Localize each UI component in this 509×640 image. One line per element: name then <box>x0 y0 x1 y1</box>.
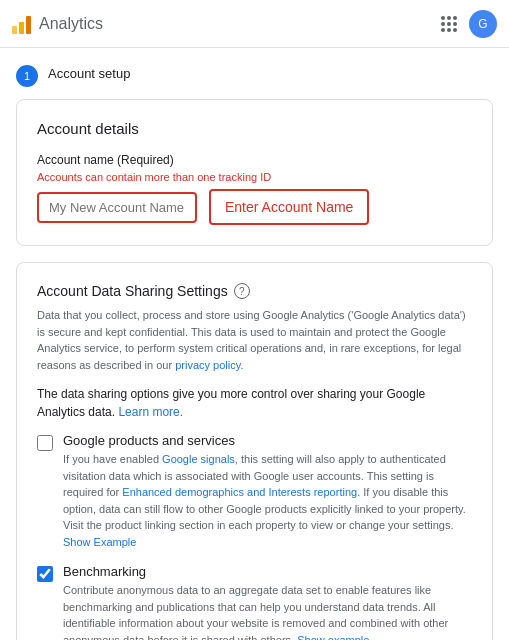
apps-grid-icon[interactable] <box>441 16 457 32</box>
show-example-link-2[interactable]: Show example <box>297 634 369 641</box>
google-products-checkbox-wrapper[interactable] <box>37 435 53 451</box>
google-products-option: Google products and services If you have… <box>37 433 472 550</box>
account-name-hint: Accounts can contain more than one track… <box>37 171 472 183</box>
data-sharing-header: Account Data Sharing Settings ? <box>37 283 472 299</box>
show-example-link-1[interactable]: Show Example <box>63 536 136 548</box>
app-title: Analytics <box>39 15 103 33</box>
benchmarking-checkbox-wrapper[interactable] <box>37 566 53 582</box>
sharing-options-label: The data sharing options give you more c… <box>37 385 472 421</box>
analytics-logo <box>12 14 31 34</box>
data-sharing-description: Data that you collect, process and store… <box>37 307 472 373</box>
benchmarking-desc: Contribute anonymous data to an aggregat… <box>63 582 472 640</box>
data-sharing-title: Account Data Sharing Settings <box>37 283 228 299</box>
step-1-label: Account setup <box>48 64 130 81</box>
main-content: 1 Account setup Account details Account … <box>0 48 509 640</box>
user-avatar[interactable]: G <box>469 10 497 38</box>
app-header: Analytics G <box>0 0 509 48</box>
header-left: Analytics <box>12 14 103 34</box>
benchmarking-text: Benchmarking Contribute anonymous data t… <box>63 564 472 640</box>
account-name-input-wrapper[interactable] <box>37 192 197 223</box>
account-details-title: Account details <box>37 120 472 137</box>
google-signals-link[interactable]: Google signals <box>162 453 235 465</box>
benchmarking-checkbox[interactable] <box>37 566 53 582</box>
account-name-label: Account name (Required) <box>37 153 472 167</box>
info-icon[interactable]: ? <box>234 283 250 299</box>
learn-more-link[interactable]: Learn more. <box>118 405 183 419</box>
benchmarking-option: Benchmarking Contribute anonymous data t… <box>37 564 472 640</box>
benchmarking-title: Benchmarking <box>63 564 472 579</box>
account-name-input[interactable] <box>49 200 185 215</box>
privacy-policy-link[interactable]: privacy policy. <box>175 359 243 371</box>
google-products-checkbox[interactable] <box>37 435 53 451</box>
google-products-title: Google products and services <box>63 433 472 448</box>
header-right: G <box>441 10 497 38</box>
account-name-row: Enter Account Name <box>37 189 472 225</box>
step-1-circle: 1 <box>16 65 38 87</box>
data-sharing-card: Account Data Sharing Settings ? Data tha… <box>16 262 493 640</box>
enhanced-demographics-link[interactable]: Enhanced demographics and Interests repo… <box>122 486 357 498</box>
account-details-card: Account details Account name (Required) … <box>16 99 493 246</box>
google-products-desc: If you have enabled Google signals, this… <box>63 451 472 550</box>
step-1-header: 1 Account setup <box>16 64 493 87</box>
google-products-text: Google products and services If you have… <box>63 433 472 550</box>
enter-account-name-button[interactable]: Enter Account Name <box>209 189 369 225</box>
